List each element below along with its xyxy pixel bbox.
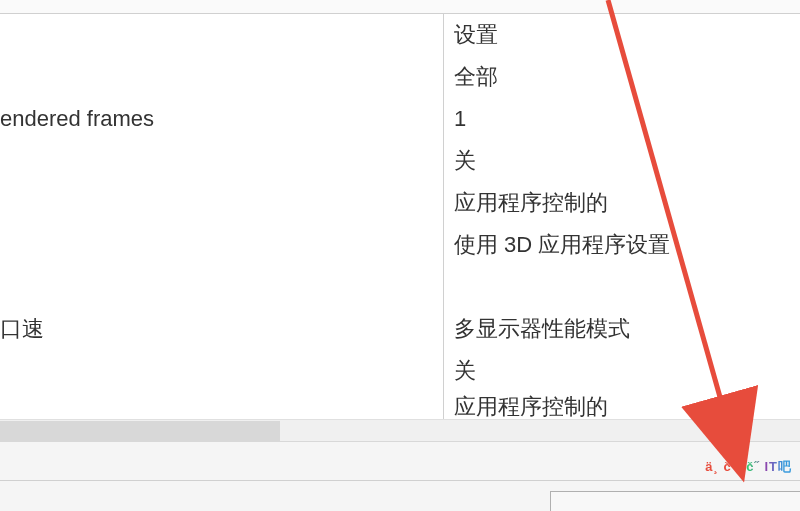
watermark-text: ä¸ č ¸ č˝ IT吧 — [705, 458, 792, 476]
table-row[interactable]: 应用程序控制的 — [444, 392, 800, 422]
table-header-fragment — [0, 0, 800, 14]
setting-value: 应用程序控制的 — [454, 188, 608, 218]
table-row[interactable] — [0, 140, 443, 182]
table-row[interactable] — [444, 266, 800, 308]
table-row[interactable]: 应用程序控制的 — [444, 182, 800, 224]
setting-value: 1 — [454, 106, 466, 132]
table-row[interactable] — [0, 392, 443, 422]
settings-value-column: 设置 全部 1 关 应用程序控制的 使用 3D 应用程序设置 多显示器性能模式 … — [444, 14, 800, 419]
table-row[interactable] — [0, 266, 443, 308]
table-row[interactable]: 全部 — [444, 56, 800, 98]
setting-value: 关 — [454, 146, 476, 176]
setting-value: 使用 3D 应用程序设置 — [454, 230, 670, 260]
setting-value: 全部 — [454, 62, 498, 92]
apply-button[interactable] — [550, 491, 800, 511]
panel-divider — [0, 480, 800, 481]
table-row[interactable]: 使用 3D 应用程序设置 — [444, 224, 800, 266]
table-row[interactable] — [0, 182, 443, 224]
table-row[interactable]: 多显示器性能模式 — [444, 308, 800, 350]
table-row[interactable]: 关 — [444, 350, 800, 392]
setting-value: 应用程序控制的 — [454, 392, 608, 422]
table-row[interactable] — [0, 56, 443, 98]
setting-value: 多显示器性能模式 — [454, 314, 630, 344]
horizontal-scrollbar-thumb[interactable] — [0, 421, 280, 441]
table-row[interactable]: 设置 — [444, 14, 800, 56]
table-row[interactable]: 1 — [444, 98, 800, 140]
table-row[interactable] — [0, 224, 443, 266]
setting-value: 设置 — [454, 20, 498, 50]
setting-value: 关 — [454, 356, 476, 386]
settings-table: endered frames 口速 设置 全部 1 关 应用程序控制的 使用 3… — [0, 14, 800, 419]
table-row[interactable]: endered frames — [0, 98, 443, 140]
table-row[interactable]: 关 — [444, 140, 800, 182]
setting-label: endered frames — [0, 106, 154, 132]
settings-label-column: endered frames 口速 — [0, 14, 444, 419]
table-row[interactable]: 口速 — [0, 308, 443, 350]
table-row[interactable] — [0, 350, 443, 392]
horizontal-scrollbar-track[interactable] — [0, 419, 800, 441]
setting-label: 口速 — [0, 314, 44, 344]
table-row[interactable] — [0, 14, 443, 56]
